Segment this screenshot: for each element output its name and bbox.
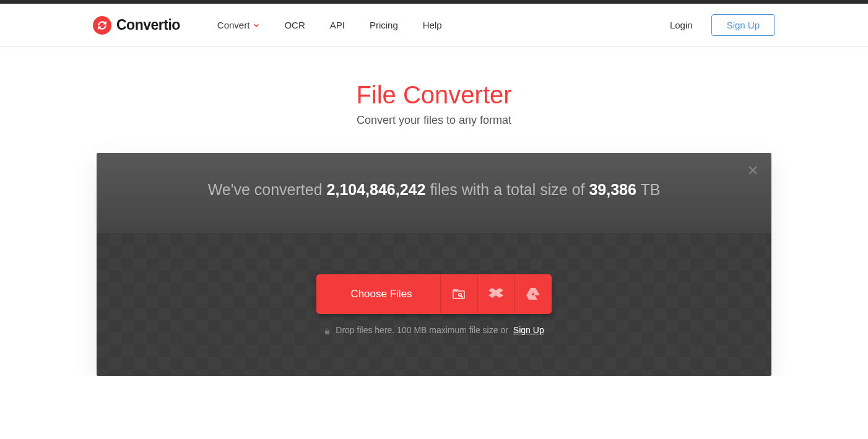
nav-help[interactable]: Help <box>423 20 442 30</box>
header: Convertio Convert OCR API Pricing Help L… <box>0 4 868 47</box>
signup-button[interactable]: Sign Up <box>711 14 775 36</box>
page-title: File Converter <box>0 81 868 109</box>
page-subtitle: Convert your files to any format <box>0 114 868 127</box>
nav-help-label: Help <box>423 20 442 30</box>
stats-bar: We've converted 2,104,846,242 files with… <box>97 153 771 233</box>
nav-pricing-label: Pricing <box>370 20 398 30</box>
hero: File Converter Convert your files to any… <box>0 47 868 146</box>
drop-hint-text: Drop files here. 100 MB maximum file siz… <box>336 325 508 335</box>
drop-hint: Drop files here. 100 MB maximum file siz… <box>324 325 544 335</box>
drop-area[interactable]: Choose Files <box>97 233 771 376</box>
file-browse-icon[interactable] <box>440 274 477 314</box>
stats-size: 39,386 <box>589 181 636 198</box>
lock-icon <box>324 327 331 334</box>
stats-files-count: 2,104,846,242 <box>327 181 426 198</box>
converter-box: We've converted 2,104,846,242 files with… <box>97 153 771 376</box>
nav-pricing[interactable]: Pricing <box>370 20 398 30</box>
choose-files-button[interactable]: Choose Files <box>316 274 440 314</box>
nav-api[interactable]: API <box>330 20 345 30</box>
chevron-down-icon <box>253 22 259 28</box>
nav: Convert OCR API Pricing Help <box>217 20 670 30</box>
logo-text: Convertio <box>116 17 180 33</box>
nav-ocr-label: OCR <box>284 20 305 30</box>
google-drive-icon[interactable] <box>514 274 552 314</box>
choose-files: Choose Files <box>316 274 551 314</box>
logo[interactable]: Convertio <box>93 16 180 35</box>
stats-prefix: We've converted <box>208 181 327 198</box>
nav-api-label: API <box>330 20 345 30</box>
stats-text: We've converted 2,104,846,242 files with… <box>115 181 753 199</box>
stats-middle: files with a total size of <box>425 181 589 198</box>
drop-hint-signup-link[interactable]: Sign Up <box>513 325 544 335</box>
nav-convert-label: Convert <box>217 20 250 30</box>
dropbox-icon[interactable] <box>477 274 514 314</box>
logo-icon <box>93 16 111 35</box>
nav-convert[interactable]: Convert <box>217 20 260 30</box>
nav-ocr[interactable]: OCR <box>284 20 305 30</box>
svg-line-3 <box>461 296 462 297</box>
close-icon[interactable] <box>748 165 758 175</box>
auth: Login Sign Up <box>670 14 775 36</box>
login-link[interactable]: Login <box>670 20 693 30</box>
stats-unit: TB <box>636 181 660 198</box>
